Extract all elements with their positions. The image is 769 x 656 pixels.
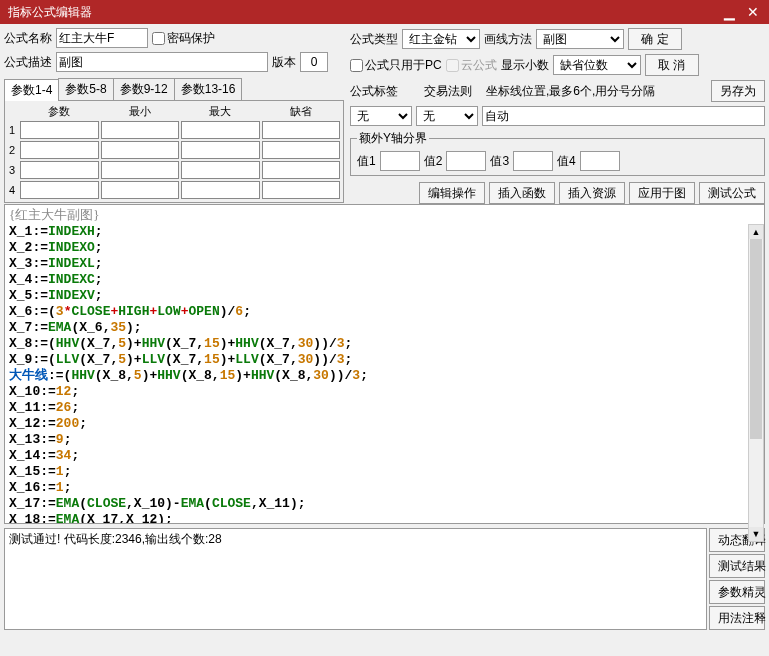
param-3-def[interactable] <box>262 161 341 179</box>
version-label: 版本 <box>272 54 296 71</box>
y2-input[interactable] <box>446 151 486 171</box>
editop-button[interactable]: 编辑操作 <box>419 182 485 204</box>
ok-button[interactable]: 确 定 <box>628 28 682 50</box>
dec-select[interactable]: 缺省位数 <box>553 55 641 75</box>
insertfn-button[interactable]: 插入函数 <box>489 182 555 204</box>
name-input[interactable] <box>56 28 148 48</box>
param-1-name[interactable] <box>20 121 99 139</box>
type-label: 公式类型 <box>350 31 398 48</box>
param-3-max[interactable] <box>181 161 260 179</box>
coord-label: 坐标线位置,最多6个,用分号分隔 <box>486 83 655 100</box>
param-wizard-button[interactable]: 参数精灵 <box>709 580 765 604</box>
rule-select[interactable]: 无 <box>416 106 478 126</box>
desc-input[interactable] <box>56 52 268 72</box>
apply-button[interactable]: 应用于图 <box>629 182 695 204</box>
param-2-min[interactable] <box>101 141 180 159</box>
rule-label: 交易法则 <box>424 83 472 100</box>
coord-input[interactable] <box>482 106 765 126</box>
param-4-min[interactable] <box>101 181 180 199</box>
param-2-max[interactable] <box>181 141 260 159</box>
tag-select[interactable]: 无 <box>350 106 412 126</box>
minimize-icon[interactable]: ▁ <box>717 4 741 20</box>
editor-scrollbar[interactable]: ▲ ▼ <box>748 224 764 542</box>
desc-label: 公式描述 <box>4 54 52 71</box>
param-tabs: 参数1-4 参数5-8 参数9-12 参数13-16 <box>4 78 344 101</box>
insertres-button[interactable]: 插入资源 <box>559 182 625 204</box>
line-label: 画线方法 <box>484 31 532 48</box>
code-editor[interactable]: {红主大牛副图} X_1:=INDEXH; X_2:=INDEXO; X_3:=… <box>4 204 765 524</box>
yaxis-group: 额外Y轴分界 值1 值2 值3 值4 <box>350 130 765 176</box>
scroll-down-icon[interactable]: ▼ <box>749 527 763 541</box>
param-1-def[interactable] <box>262 121 341 139</box>
cancel-button[interactable]: 取 消 <box>645 54 699 76</box>
param-1-min[interactable] <box>101 121 180 139</box>
version-input[interactable] <box>300 52 328 72</box>
param-3-name[interactable] <box>20 161 99 179</box>
tag-label: 公式标签 <box>350 83 398 100</box>
close-icon[interactable]: ✕ <box>741 4 765 20</box>
status-area: 测试通过! 代码长度:2346,输出线个数:28 <box>4 528 707 630</box>
window-title: 指标公式编辑器 <box>4 4 717 21</box>
tab-params-13-16[interactable]: 参数13-16 <box>174 78 243 100</box>
password-checkbox[interactable]: 密码保护 <box>152 30 215 47</box>
y3-input[interactable] <box>513 151 553 171</box>
param-grid: 参数最小最大缺省 1 2 3 4 <box>4 101 344 203</box>
param-3-min[interactable] <box>101 161 180 179</box>
tab-params-9-12[interactable]: 参数9-12 <box>113 78 175 100</box>
param-4-name[interactable] <box>20 181 99 199</box>
test-result-button[interactable]: 测试结果 <box>709 554 765 578</box>
y4-input[interactable] <box>580 151 620 171</box>
param-4-max[interactable] <box>181 181 260 199</box>
y1-input[interactable] <box>380 151 420 171</box>
line-select[interactable]: 副图 <box>536 29 624 49</box>
tab-params-1-4[interactable]: 参数1-4 <box>4 79 59 101</box>
scroll-thumb[interactable] <box>750 239 762 439</box>
type-select[interactable]: 红主金钻 <box>402 29 480 49</box>
scroll-up-icon[interactable]: ▲ <box>749 225 763 239</box>
usage-note-button[interactable]: 用法注释 <box>709 606 765 630</box>
dec-label: 显示小数 <box>501 57 549 74</box>
param-4-def[interactable] <box>262 181 341 199</box>
titlebar: 指标公式编辑器 ▁ ✕ <box>0 0 769 24</box>
cloud-checkbox: 云公式 <box>446 57 497 74</box>
tab-params-5-8[interactable]: 参数5-8 <box>58 78 113 100</box>
test-button[interactable]: 测试公式 <box>699 182 765 204</box>
param-1-max[interactable] <box>181 121 260 139</box>
name-label: 公式名称 <box>4 30 52 47</box>
param-2-name[interactable] <box>20 141 99 159</box>
pconly-checkbox[interactable]: 公式只用于PC <box>350 57 442 74</box>
param-2-def[interactable] <box>262 141 341 159</box>
saveas-button[interactable]: 另存为 <box>711 80 765 102</box>
